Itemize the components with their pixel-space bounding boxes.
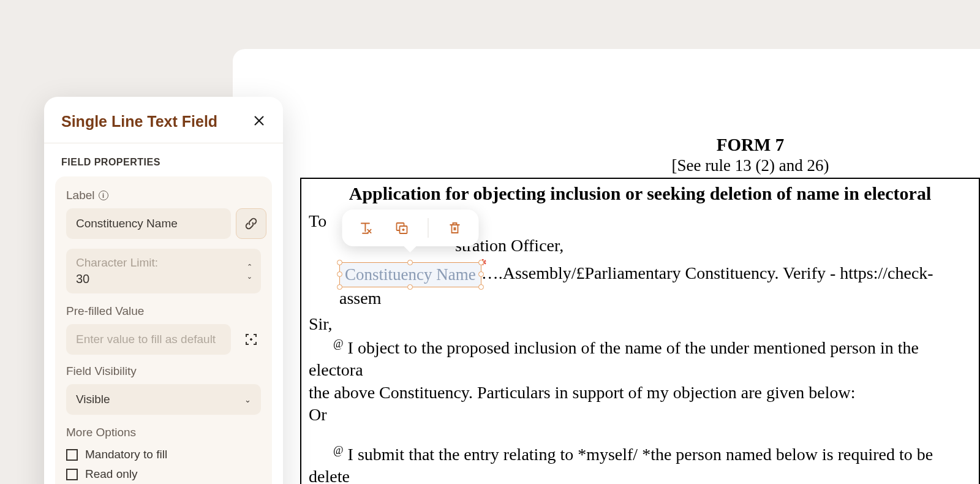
visibility-label: Field Visibility [66, 365, 137, 378]
resize-handle[interactable] [478, 284, 484, 290]
mandatory-checkbox[interactable]: Mandatory to fill [66, 448, 261, 461]
chevron-down-icon[interactable]: ⌃ [247, 272, 252, 280]
resize-handle[interactable] [407, 284, 413, 290]
mandatory-label: Mandatory to fill [85, 448, 167, 461]
stepper-control[interactable]: ⌃ ⌃ [247, 263, 252, 280]
link-button[interactable] [236, 208, 266, 239]
chevron-up-icon[interactable]: ⌃ [247, 263, 252, 271]
resize-handle[interactable] [337, 271, 342, 277]
chevron-down-icon: ⌄ [244, 395, 251, 404]
more-options-label: More Options [66, 426, 136, 439]
para1: I object to the proposed inclusion of th… [309, 338, 919, 379]
label-label: Label [66, 189, 95, 202]
visibility-select[interactable]: Visible ⌄ [66, 384, 261, 415]
visibility-value: Visible [76, 393, 110, 406]
resize-handle[interactable] [337, 260, 342, 265]
panel-title: Single Line Text Field [61, 113, 217, 130]
checkbox-icon [66, 469, 78, 480]
readonly-checkbox[interactable]: Read only [66, 467, 261, 481]
resize-handle[interactable] [337, 284, 342, 290]
field-placeholder-text: Constituency Name [345, 265, 476, 284]
para2: I submit that the entry relating to *mys… [309, 445, 933, 484]
close-icon[interactable] [252, 113, 266, 130]
form-title: FORM 7 [300, 135, 980, 155]
document-viewer: FORM 7 [See rule 13 (2) and 26) Applicat… [233, 49, 980, 484]
selected-field-placeholder[interactable]: Constituency Name * [339, 262, 481, 287]
checkbox-icon [66, 449, 78, 461]
section-title: FIELD PROPERTIES [44, 143, 283, 176]
sir-line: Sir, [309, 313, 971, 335]
clear-formatting-button[interactable] [356, 219, 375, 237]
or-line: Or [309, 404, 971, 426]
duplicate-button[interactable] [392, 219, 410, 237]
resize-handle[interactable] [407, 260, 413, 265]
toolbar-divider [428, 218, 428, 238]
readonly-label: Read only [85, 467, 138, 481]
label-input[interactable] [66, 208, 231, 239]
para1b: the above Constituency. Particulars in s… [309, 382, 971, 404]
form-subtitle: [See rule 13 (2) and 26) [300, 156, 980, 175]
char-limit-label: Character Limit: [76, 256, 251, 270]
info-icon[interactable]: i [99, 191, 108, 200]
field-properties-panel: Single Line Text Field FIELD PROPERTIES … [44, 97, 283, 484]
prefill-label: Pre-filled Value [66, 304, 144, 318]
char-limit-value: 30 [76, 272, 251, 286]
scan-button[interactable] [236, 324, 266, 355]
application-heading: Application for objecting inclusion or s… [349, 183, 932, 203]
field-toolbar [342, 210, 478, 246]
resize-handle[interactable] [478, 260, 484, 265]
character-limit-field[interactable]: Character Limit: 30 ⌃ ⌃ [66, 249, 261, 293]
document-table: Application for objecting inclusion or s… [300, 178, 980, 484]
delete-button[interactable] [445, 219, 464, 237]
prefill-input[interactable] [66, 324, 231, 355]
document-page: FORM 7 [See rule 13 (2) and 26) Applicat… [233, 49, 980, 484]
